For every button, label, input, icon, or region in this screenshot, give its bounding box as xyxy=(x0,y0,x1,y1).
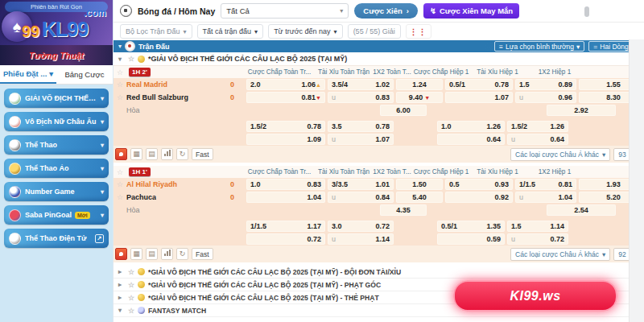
refresh-icon[interactable]: ↻ xyxy=(176,148,188,160)
odds-cell[interactable]: 1.01.26 xyxy=(437,121,505,132)
league-count-chip[interactable]: (55 / 55) Giải xyxy=(348,24,401,39)
odds-cell[interactable]: 0.64 xyxy=(437,134,505,145)
odds-cell[interactable]: u1.04 xyxy=(515,192,576,203)
odds-cell[interactable]: 0.50.93 xyxy=(445,179,513,190)
more-asian-bets-dropdown[interactable]: Các loại cược Châu Á khác▾ xyxy=(510,248,610,261)
hot-bets-icon[interactable] xyxy=(115,248,127,260)
list-view-icon[interactable]: ▤ xyxy=(146,148,158,160)
chevron-right-icon[interactable]: ▸ xyxy=(118,268,125,275)
sidebar-item-saba-pingoal[interactable]: Saba PinGoalMới▾ xyxy=(4,205,109,225)
col-header-overunder-ft: Tài Xỉu Toàn Trận xyxy=(315,168,373,175)
odds-row-line2-home: 1.5/20.78 3.50.78 1.01.26 1.5/21.26 xyxy=(117,120,644,133)
odds-cell[interactable]: 2.92 xyxy=(547,105,616,116)
odds-cell[interactable]: 1/1.50.81 xyxy=(515,179,576,190)
odds-cell[interactable]: 4.35 xyxy=(380,204,427,216)
favorite-star-icon[interactable]: ☆ xyxy=(117,193,123,201)
chevron-right-icon[interactable]: ▸ xyxy=(118,294,125,301)
odds-cell[interactable]: 0.59 xyxy=(437,233,505,245)
more-asian-bets-dropdown[interactable]: Các loại cược Châu Á khác▾ xyxy=(510,148,610,161)
odds-cell[interactable]: 1.07 xyxy=(445,92,513,103)
odds-cell[interactable]: 2.01.06▲ xyxy=(246,79,325,90)
odds-cell[interactable]: 0.72 xyxy=(246,233,325,245)
favorite-star-icon[interactable]: ☆ xyxy=(128,281,134,289)
favorite-star-icon[interactable]: ☆ xyxy=(128,307,134,315)
odds-cell[interactable]: u1.07 xyxy=(328,134,394,145)
odds-cell[interactable]: 1.04 xyxy=(246,192,325,203)
favorite-star-icon[interactable]: ☆ xyxy=(117,68,123,76)
fast-markets-button[interactable]: Fast xyxy=(192,148,213,160)
refresh-icon[interactable]: ↻ xyxy=(176,248,188,260)
lucky-parlay-button[interactable]: ↯Cược Xiên May Mắn xyxy=(423,3,519,19)
hot-bets-icon[interactable] xyxy=(115,148,127,160)
odds-cell[interactable]: 1.50.89 xyxy=(515,79,576,90)
odds-cell[interactable]: 5.40 xyxy=(396,192,443,203)
virtual-sports-icon xyxy=(9,163,21,175)
time-range-dropdown[interactable]: Từ trước đến nay▾ xyxy=(268,24,343,39)
odds-cell[interactable]: 1.24 xyxy=(396,79,443,90)
stats-icon[interactable] xyxy=(161,148,173,160)
brand-logo[interactable]: Phiên bản Rút Gọn ♠ 99 KL99 .com xyxy=(0,0,113,45)
live-time-badge: 1H 1' xyxy=(129,167,151,176)
favorite-star-icon[interactable]: ☆ xyxy=(117,80,123,89)
parlay-button[interactable]: Cược Xiên› xyxy=(354,3,418,19)
match-header: ☆1H 2' Cược Chấp Toàn Tr... Tài Xỉu Toàn… xyxy=(114,66,644,78)
bet-grid-icon[interactable]: ▦ xyxy=(130,148,142,160)
match-filter-select[interactable]: Tất Cả▾ xyxy=(221,3,349,19)
odds-cell[interactable]: 0.81▼ xyxy=(246,92,325,103)
odds-cell[interactable]: u0.96 xyxy=(515,92,576,103)
league-row-team-totals[interactable]: ▸ ☆ *GIẢI VÔ ĐỊCH THẾ GIỚI CÁC CÂU LẠC B… xyxy=(114,266,644,279)
odds-cell[interactable]: 0.5/10.78 xyxy=(445,79,513,90)
sidebar-item-club-world-cup[interactable]: GIẢI VÔ ĐỊCH THẾ GIỚI C...▾ xyxy=(4,89,109,108)
odds-cell[interactable]: 2.54 xyxy=(547,204,616,216)
normal-selection-dropdown[interactable]: ≡Lựa chọn bình thường▾ xyxy=(494,41,584,52)
sidebar-item-sports[interactable]: Thể Thao▾ xyxy=(4,135,109,155)
odds-cell[interactable]: 0.5/11.35 xyxy=(437,221,505,232)
odds-cell[interactable]: 3.00.72 xyxy=(328,221,394,232)
favorite-star-icon[interactable]: ☆ xyxy=(128,268,134,276)
tab-bet-board[interactable]: Bảng Cược xyxy=(56,65,113,84)
chevron-down-icon[interactable]: ▾ xyxy=(118,307,125,314)
odds-cell[interactable]: 1.09 xyxy=(246,134,325,145)
favorite-star-icon[interactable]: ☆ xyxy=(117,168,123,176)
all-matches-dropdown[interactable]: Tất cả trận đấu▾ xyxy=(197,24,264,39)
odds-cell[interactable]: 6.00 xyxy=(380,105,427,116)
stats-icon[interactable] xyxy=(161,248,173,260)
odds-cell[interactable]: 1.50 xyxy=(396,179,443,190)
favorite-star-icon[interactable]: ☆ xyxy=(128,294,134,302)
odds-filter-icon[interactable]: ⋮⋮ xyxy=(406,24,431,39)
stream-banner[interactable]: Tường Thuật xyxy=(0,45,113,65)
odds-cell[interactable]: 3/3.51.01 xyxy=(328,179,394,190)
odds-cell[interactable]: u0.84 xyxy=(328,192,394,203)
favorite-star-icon[interactable]: ☆ xyxy=(117,180,123,188)
odds-cell[interactable]: 1.5/21.26 xyxy=(507,121,568,132)
sidebar-item-virtual-sports[interactable]: Thể Thao Ảo▾ xyxy=(4,159,109,178)
sidebar-item-esports[interactable]: Thể Thao Điện Tử↗ xyxy=(4,229,109,248)
tab-bet-slip[interactable]: Phiếu Đặt ...▾ xyxy=(0,65,56,84)
sidebar-item-number-game[interactable]: Number Game▾ xyxy=(4,182,109,201)
odds-cell[interactable]: 1.51.14 xyxy=(507,221,568,232)
odds-cell[interactable]: u0.72 xyxy=(507,233,568,245)
league-header[interactable]: ▾ ☆ *GIẢI VÔ ĐỊCH THẾ GIỚI CÁC CÂU LẠC B… xyxy=(114,52,644,66)
odds-cell[interactable]: 1.5/20.78 xyxy=(246,121,325,132)
scrollbar-thumb[interactable] xyxy=(584,6,589,17)
odds-cell[interactable]: u0.83 xyxy=(328,92,394,103)
odds-cell[interactable]: 3.5/41.02 xyxy=(328,79,394,90)
odds-cell[interactable]: 1.00.83 xyxy=(246,179,325,190)
col-header-1x2-ft: 1X2 Toàn T... xyxy=(373,68,411,76)
favorite-star-icon[interactable]: ☆ xyxy=(128,55,134,63)
collapse-icon[interactable]: ▾ xyxy=(118,56,125,63)
chevron-right-icon[interactable]: ▸ xyxy=(118,281,125,288)
filter-matches-dropdown[interactable]: Bộ Lọc Trận Đấu▾ xyxy=(120,24,192,39)
odds-cell[interactable]: u1.14 xyxy=(328,233,394,245)
odds-cell[interactable]: u0.64 xyxy=(507,134,568,145)
favorite-star-icon[interactable]: ☆ xyxy=(117,93,123,101)
odds-cell[interactable]: 1/1.51.17 xyxy=(246,221,325,232)
fast-markets-button[interactable]: Fast xyxy=(192,248,213,260)
collapse-icon[interactable]: ▾ xyxy=(118,43,122,50)
bet-grid-icon[interactable]: ▦ xyxy=(130,248,142,260)
odds-cell[interactable]: 0.92 xyxy=(445,192,513,203)
odds-cell[interactable]: 3.50.78 xyxy=(328,121,394,132)
sidebar-item-womens-euro[interactable]: Vô Địch Nữ Châu Âu▾ xyxy=(4,112,109,131)
odds-cell[interactable]: 9.40▼ xyxy=(396,92,443,103)
list-view-icon[interactable]: ▤ xyxy=(146,248,158,260)
